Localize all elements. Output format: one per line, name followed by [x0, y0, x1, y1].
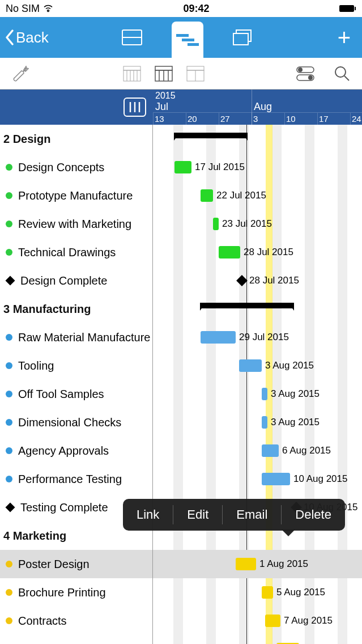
bullet-icon	[6, 221, 12, 227]
task-label[interactable]: Brochure Printing	[0, 578, 153, 607]
svg-line-28	[344, 76, 349, 80]
task-row[interactable]: Performance Testing10 Aug 2015	[0, 465, 362, 493]
task-label[interactable]: Poster Design	[0, 550, 153, 578]
scale-day-button[interactable]	[123, 66, 141, 82]
milestone-marker[interactable]	[236, 275, 248, 286]
gantt-bar[interactable]	[265, 615, 280, 627]
timeline-day: 17	[317, 113, 329, 125]
task-label[interactable]: Prototype Manufacture	[0, 181, 153, 210]
task-label[interactable]: Tooling	[0, 351, 153, 380]
task-row[interactable]: Off Tool Samples3 Aug 2015	[0, 380, 362, 408]
gantt-bar[interactable]	[174, 161, 191, 173]
task-name: Contracts	[18, 615, 67, 628]
timeline-scale[interactable]: 2015 Jul Aug 1320273101724	[153, 90, 362, 125]
task-name: Testing Complete	[20, 501, 108, 514]
timeline-header: 2015 Jul Aug 1320273101724	[0, 90, 362, 125]
gantt-bar[interactable]	[262, 473, 290, 485]
task-row[interactable]: Brochure Printing5 Aug 2015	[0, 578, 362, 607]
group-row[interactable]: 2 Design	[0, 125, 362, 153]
menu-delete[interactable]: Delete	[282, 499, 345, 531]
list-view-tab[interactable]	[116, 17, 148, 58]
columns-icon	[128, 101, 142, 113]
task-label[interactable]: Contracts	[0, 607, 153, 635]
task-name: 3 Manufacturing	[3, 303, 91, 316]
gantt-bar[interactable]	[201, 331, 236, 344]
gantt-bar[interactable]	[262, 586, 273, 599]
task-row[interactable]: Dimensional Checks3 Aug 2015	[0, 408, 362, 437]
gantt-bar[interactable]	[262, 416, 267, 429]
task-row[interactable]: Design Concepts17 Jul 2015	[0, 153, 362, 181]
task-label[interactable]: Technical Drawings	[0, 238, 153, 266]
status-time: 09:42	[183, 3, 209, 15]
task-label[interactable]: Performance Testing	[0, 465, 153, 493]
gantt-bar[interactable]	[262, 388, 267, 400]
task-row[interactable]: Poster Design1 Aug 2015	[0, 550, 362, 578]
task-label[interactable]: Dimensional Checks	[0, 408, 153, 437]
summary-bar[interactable]	[174, 133, 247, 138]
svg-point-24	[298, 67, 303, 72]
task-row[interactable]: Technical Drawings28 Jul 2015	[0, 238, 362, 266]
timeline-month-aug: Aug	[254, 101, 272, 113]
task-label[interactable]: Raw Material Manufacture	[0, 323, 153, 351]
task-row[interactable]: Distribution12 Aug 2015	[0, 635, 362, 644]
filter-button[interactable]	[296, 66, 314, 82]
bullet-icon	[6, 617, 12, 624]
gantt-bar[interactable]	[219, 246, 240, 259]
task-row[interactable]: Review with Marketing23 Jul 2015	[0, 210, 362, 238]
columns-mid-icon	[155, 66, 173, 82]
task-row[interactable]: Contracts7 Aug 2015	[0, 607, 362, 635]
diamond-icon	[6, 503, 15, 512]
task-row[interactable]: Prototype Manufacture22 Jul 2015	[0, 181, 362, 210]
gantt-bar[interactable]	[262, 444, 279, 457]
task-label[interactable]: Distribution	[0, 635, 153, 644]
gantt-bar[interactable]	[213, 218, 219, 230]
bar-date-label: 17 Jul 2015	[195, 162, 245, 173]
group-row[interactable]: 3 Manufacturing	[0, 295, 362, 323]
settings-button[interactable]	[11, 64, 31, 83]
menu-email[interactable]: Email	[223, 499, 281, 531]
cards-icon	[233, 29, 253, 45]
task-name: Prototype Manufacture	[18, 189, 133, 202]
gantt-content[interactable]: 2 DesignDesign Concepts17 Jul 2015Protot…	[0, 125, 362, 644]
bullet-icon	[6, 589, 12, 596]
menu-link[interactable]: Link	[123, 499, 173, 531]
add-button[interactable]: +	[326, 25, 362, 50]
gantt-bar[interactable]	[239, 359, 262, 372]
scale-week-button[interactable]	[155, 66, 173, 82]
bullet-icon	[6, 164, 12, 171]
gantt-view-tab[interactable]	[172, 22, 203, 58]
task-label[interactable]: Design Concepts	[0, 153, 153, 181]
task-label[interactable]: 2 Design	[0, 125, 153, 153]
toolbar	[0, 58, 362, 90]
columns-toggle-button[interactable]	[123, 98, 146, 117]
task-row[interactable]: Design Complete28 Jul 2015	[0, 266, 362, 295]
bar-date-label: 28 Jul 2015	[249, 275, 299, 286]
task-name: Performance Testing	[18, 473, 122, 486]
back-button[interactable]: Back	[0, 29, 49, 46]
gantt-bar[interactable]	[201, 189, 213, 202]
bar-date-label: 6 Aug 2015	[282, 445, 331, 456]
back-label: Back	[16, 29, 49, 46]
menu-edit[interactable]: Edit	[173, 499, 222, 531]
task-name: Brochure Printing	[18, 586, 106, 599]
status-bar: No SIM 09:42	[0, 0, 362, 17]
timeline-month-jul: Jul	[155, 101, 168, 113]
scale-month-button[interactable]	[186, 66, 205, 82]
task-row[interactable]: Raw Material Manufacture29 Jul 2015	[0, 323, 362, 351]
wifi-icon	[43, 5, 53, 12]
summary-bar[interactable]	[201, 303, 293, 308]
task-label[interactable]: Review with Marketing	[0, 210, 153, 238]
search-button[interactable]	[334, 65, 351, 82]
task-label[interactable]: Off Tool Samples	[0, 380, 153, 408]
cards-view-tab[interactable]	[227, 17, 259, 58]
task-row[interactable]: Tooling3 Aug 2015	[0, 351, 362, 380]
carrier-text: No SIM	[6, 3, 40, 15]
task-name: Agency Approvals	[18, 444, 109, 457]
task-label[interactable]: 3 Manufacturing	[0, 295, 153, 323]
bar-date-label: 28 Jul 2015	[244, 247, 293, 258]
task-label[interactable]: Agency Approvals	[0, 437, 153, 465]
task-row[interactable]: Agency Approvals6 Aug 2015	[0, 437, 362, 465]
task-label[interactable]: Design Complete	[0, 266, 153, 295]
bar-date-label: 10 Aug 2015	[293, 473, 347, 485]
gantt-bar[interactable]	[236, 558, 256, 570]
